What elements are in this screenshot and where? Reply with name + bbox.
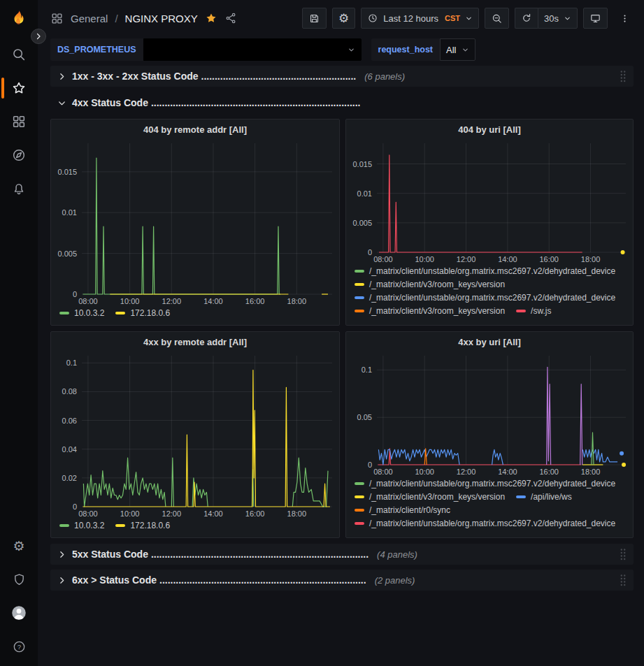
legend-item[interactable]: /api/live/ws <box>516 492 572 502</box>
sidebar-item-profile[interactable] <box>0 596 38 630</box>
sidebar-nav-top <box>0 38 38 205</box>
variable-value-dropdown[interactable]: All <box>440 38 475 61</box>
panel-404-by-remote-addr: 404 by remote addr [All] 08:0010:0012:00… <box>50 119 340 326</box>
svg-text:10:00: 10:00 <box>120 297 140 305</box>
legend-item[interactable]: 172.18.0.6 <box>115 308 170 318</box>
svg-text:?: ? <box>17 643 20 651</box>
top-navbar: General / NGINX PROXY ⚙ <box>38 0 644 36</box>
dashboards-grid-icon <box>50 12 64 25</box>
sidebar-item-search[interactable] <box>0 38 38 71</box>
svg-text:0.1: 0.1 <box>66 359 77 367</box>
dashboard-variables-bar: DS_PROMETHEUS request_host All <box>38 36 644 63</box>
sidebar-item-dashboards[interactable] <box>0 105 38 138</box>
legend-label: 172.18.0.6 <box>130 521 170 530</box>
legend-label: /_matrix/client/v3/room_keys/version <box>369 492 505 502</box>
panel-title[interactable]: 4xx by uri [All] <box>346 332 633 352</box>
panel-title[interactable]: 404 by remote addr [All] <box>51 120 339 139</box>
help-icon: ? <box>12 639 27 654</box>
svg-text:0.1: 0.1 <box>362 365 372 374</box>
legend-item[interactable]: /sw.js <box>516 306 551 316</box>
legend-item[interactable]: 10.0.3.2 <box>59 521 104 530</box>
drag-handle-icon[interactable] <box>620 574 627 586</box>
panel-404-by-uri: 404 by uri [All] 08:0010:0012:0014:0016:… <box>345 119 634 326</box>
svg-text:0.01: 0.01 <box>62 208 77 217</box>
legend-color-swatch <box>355 522 364 525</box>
legend-item[interactable]: 172.18.0.6 <box>115 521 170 530</box>
share-icon[interactable] <box>224 12 237 24</box>
row-title-leader: ........................................… <box>151 549 368 560</box>
panel-legend: /_matrix/client/unstable/org.matrix.msc2… <box>346 477 633 537</box>
chart-4xx-by-uri[interactable]: 08:0010:0012:0014:0016:0018:0000.050.1 <box>346 352 633 477</box>
refresh-interval-picker[interactable]: 30s <box>538 8 578 29</box>
legend-color-swatch <box>516 310 526 312</box>
svg-text:18:00: 18:00 <box>287 509 307 518</box>
sidebar-item-starred[interactable] <box>0 71 38 105</box>
more-options-button[interactable] <box>613 8 636 29</box>
svg-text:0.08: 0.08 <box>62 387 77 396</box>
sidebar-nav-bottom: ⚙ ? <box>0 529 38 666</box>
row-header-6xx[interactable]: 6xx > Status Code ......................… <box>50 570 634 591</box>
legend-item[interactable]: /_matrix/client/unstable/org.matrix.msc2… <box>355 266 615 276</box>
grafana-dashboard-screen: ⚙ ? <box>0 0 644 666</box>
panel-title[interactable]: 4xx by remote addr [All] <box>51 332 339 352</box>
variable-label: DS_PROMETHEUS <box>50 38 143 61</box>
row-title: 6xx > Status Code <box>72 574 157 586</box>
zoom-out-time-button[interactable] <box>485 8 509 29</box>
svg-text:0.005: 0.005 <box>352 219 372 227</box>
legend-item[interactable]: /_matrix/client/v3/room_keys/version <box>355 306 505 316</box>
chevron-right-icon <box>57 550 66 559</box>
chart-4xx-by-remote-addr[interactable]: 08:0010:0012:0014:0016:0018:0000.020.040… <box>51 352 339 519</box>
compass-icon <box>11 147 27 163</box>
legend-color-swatch <box>355 296 364 299</box>
sidebar-item-configuration[interactable]: ⚙ <box>0 529 38 563</box>
svg-text:14:00: 14:00 <box>498 255 517 263</box>
chart-404-by-uri[interactable]: 08:0010:0012:0014:0016:0018:0000.0050.01… <box>346 139 633 265</box>
bell-icon <box>11 181 27 196</box>
star-icon <box>11 80 27 96</box>
panel-4xx-by-uri: 4xx by uri [All] 08:0010:0012:0014:0016:… <box>345 331 634 538</box>
panel-title[interactable]: 404 by uri [All] <box>346 120 633 139</box>
legend-label: 10.0.3.2 <box>74 308 104 318</box>
save-dashboard-button[interactable] <box>302 8 327 29</box>
sidebar-item-server-admin[interactable] <box>0 563 38 596</box>
svg-text:10:00: 10:00 <box>120 509 140 518</box>
legend-color-swatch <box>355 310 364 312</box>
sidebar-item-explore[interactable] <box>0 138 38 172</box>
legend-item[interactable]: /_matrix/client/v3/room_keys/version <box>355 280 505 289</box>
drag-handle-icon[interactable] <box>620 548 627 560</box>
refresh-button[interactable] <box>515 8 538 29</box>
row-header-1xx-3xx-2xx[interactable]: 1xx - 3xx - 2xx Status Code ............… <box>50 66 634 87</box>
row-title: 4xx Status Code <box>72 97 148 108</box>
row-header-4xx[interactable]: 4xx Status Code ........................… <box>50 94 634 112</box>
legend-color-swatch <box>355 283 364 286</box>
zoom-out-icon <box>491 13 503 24</box>
legend-item[interactable]: /_matrix/client/r0/sync <box>355 505 450 515</box>
legend-item[interactable]: /_matrix/client/unstable/org.matrix.msc2… <box>355 293 615 303</box>
shield-icon <box>12 572 27 587</box>
legend-label: /_matrix/client/unstable/org.matrix.msc2… <box>369 266 615 276</box>
row-title: 5xx Status Code <box>72 549 148 560</box>
legend-item[interactable]: /_matrix/client/unstable/org.matrix.msc2… <box>355 519 615 528</box>
row-header-5xx[interactable]: 5xx Status Code ........................… <box>50 544 634 565</box>
drag-handle-icon[interactable] <box>620 70 627 82</box>
legend-item[interactable]: /_matrix/client/v3/room_keys/version <box>355 492 505 502</box>
sidebar-expand-button[interactable] <box>31 29 46 44</box>
gear-icon: ⚙ <box>338 13 349 24</box>
row-title-leader: ........................................… <box>159 574 366 586</box>
page-title[interactable]: NGINX PROXY <box>125 13 198 24</box>
time-range-picker[interactable]: Last 12 hours CST <box>361 8 479 29</box>
chevron-right-icon <box>57 72 66 81</box>
variable-value-dropdown[interactable] <box>143 38 362 61</box>
legend-label: /_matrix/client/unstable/org.matrix.msc2… <box>369 519 615 528</box>
legend-item[interactable]: 10.0.3.2 <box>59 308 104 318</box>
favorite-star-icon[interactable] <box>205 12 217 24</box>
sidebar-item-alerting[interactable] <box>0 172 38 205</box>
legend-item[interactable]: /_matrix/client/unstable/org.matrix.msc2… <box>355 479 615 488</box>
tv-mode-button[interactable] <box>583 8 608 29</box>
legend-label: 10.0.3.2 <box>74 521 104 530</box>
breadcrumb-folder[interactable]: General <box>71 13 108 24</box>
sidebar-item-help[interactable]: ? <box>0 630 38 663</box>
chevron-down-icon <box>348 46 355 54</box>
chart-404-by-remote-addr[interactable]: 08:0010:0012:0014:0016:0018:0000.0050.01… <box>51 139 339 307</box>
dashboard-settings-button[interactable]: ⚙ <box>332 8 355 29</box>
